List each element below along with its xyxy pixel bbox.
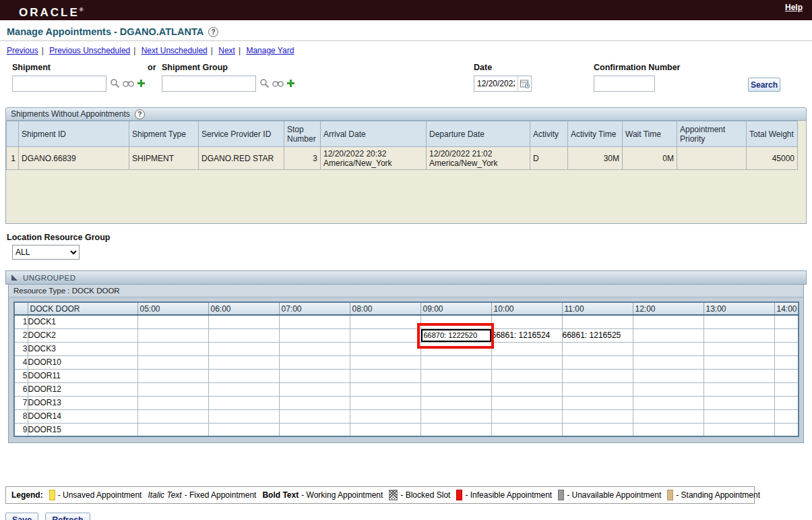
open-slot[interactable] [562,342,633,355]
open-slot[interactable] [491,355,562,369]
open-slot[interactable] [420,396,491,409]
open-slot[interactable] [491,423,562,436]
open-slot[interactable] [279,423,350,436]
open-slot[interactable] [279,382,350,396]
open-slot[interactable] [350,396,420,409]
col-rownum [7,121,19,147]
open-slot[interactable] [279,315,350,328]
collapse-icon[interactable] [11,275,18,281]
nav-next[interactable]: Next [218,46,235,55]
open-slot[interactable] [420,409,491,423]
col-arrival-date: Arrival Date [321,121,427,147]
ungrouped-group-header[interactable]: UNGROUPED [5,270,807,285]
help-link[interactable]: Help [785,3,803,12]
open-slot[interactable] [350,369,420,382]
open-slot[interactable] [350,423,420,436]
nav-next-unscheduled[interactable]: Next Unscheduled [142,46,208,55]
refresh-button[interactable]: Refresh [45,513,90,520]
open-slot[interactable] [420,315,491,328]
calendar-icon[interactable] [518,76,531,91]
door-name: DOCK2 [28,328,137,342]
blocked-slot [774,342,799,355]
time-header: 08:00 [350,302,420,315]
open-slot[interactable] [420,423,491,436]
time-header: 06:00 [208,302,279,315]
blocked-slot [704,315,774,328]
nav-previous-unscheduled[interactable]: Previous Unscheduled [49,46,130,55]
open-slot[interactable] [279,396,350,409]
location-resource-group-select[interactable]: ALL [12,245,80,260]
open-slot[interactable] [420,342,491,355]
open-slot[interactable] [420,382,491,396]
shipment-input[interactable] [12,76,106,92]
schedule-row-door15: 9 DOOR15 [14,423,799,436]
blocked-slot [137,342,208,355]
group-search-icon[interactable] [259,78,270,88]
open-slot[interactable] [350,342,420,355]
open-slot[interactable] [350,355,420,369]
search-button[interactable]: Search [748,78,780,92]
open-slot[interactable] [491,396,562,409]
open-slot[interactable] [491,315,562,328]
door-name: DOOR12 [28,382,137,396]
open-slot[interactable] [562,355,633,369]
col-shipment-id: Shipment ID [19,121,129,147]
total-weight-cell: 45000 [747,147,798,170]
shipment-search-icon[interactable] [110,78,120,88]
ungrouped-label: UNGROUPED [23,274,75,282]
open-slot[interactable] [350,409,420,423]
open-slot[interactable] [491,382,562,396]
group-binoculars-icon[interactable] [272,79,284,88]
open-slot[interactable] [350,382,420,396]
save-button[interactable]: Save [5,513,38,520]
open-slot[interactable] [279,342,350,355]
blocked-slot [137,409,208,423]
time-header: 09:00 [420,302,491,315]
nav-previous[interactable]: Previous [7,46,38,55]
col-total-weight: Total Weight [747,121,798,147]
col-service-provider: Service Provider ID [199,121,284,147]
shipment-group-label: Shipment Group [162,63,228,72]
open-slot[interactable] [491,369,562,382]
shipments-help-icon[interactable]: ? [135,109,145,119]
open-slot[interactable] [562,382,633,396]
appointment-66861-1216524[interactable]: 66861: 1216524 [491,328,562,342]
blocked-slot [137,423,208,436]
blocked-slot [208,409,279,423]
open-slot[interactable] [491,409,562,423]
open-slot[interactable] [279,328,350,342]
infeasible-swatch [456,490,462,500]
date-input[interactable] [474,79,518,88]
appointment-slot-selected[interactable]: 66870: 1222520 [420,328,491,342]
title-row: Manage Appointments - DGANO.ATLANTA ? [0,20,812,41]
group-add-icon[interactable] [286,79,295,88]
shipment-binoculars-icon[interactable] [123,79,134,88]
shipment-type-cell: SHIPMENT [129,147,199,170]
shipment-row[interactable]: 1 DGANO.66839 SHIPMENT DGANO.RED STAR 3 … [7,147,798,170]
open-slot[interactable] [420,355,491,369]
open-slot[interactable] [491,342,562,355]
shipment-group-input[interactable] [162,76,256,92]
open-slot[interactable] [562,423,633,436]
confirmation-number-input[interactable] [594,76,655,92]
blocked-slot [774,315,799,328]
open-slot[interactable] [562,315,633,328]
nav-manage-yard[interactable]: Manage Yard [246,46,294,55]
footer-actions: Save Refresh [5,513,812,520]
appointment-66861-1216525[interactable]: 66861: 1216525 [562,328,633,342]
appointment-66870[interactable]: 66870: 1222520 [421,329,491,342]
open-slot[interactable] [279,369,350,382]
open-slot[interactable] [562,396,633,409]
open-slot[interactable] [350,328,420,342]
open-slot[interactable] [279,355,350,369]
shipment-add-icon[interactable] [137,79,146,88]
shipment-label: Shipment [12,63,51,72]
open-slot[interactable] [279,409,350,423]
blocked-slot [633,355,704,369]
open-slot[interactable] [420,369,491,382]
open-slot[interactable] [562,409,633,423]
open-slot[interactable] [562,369,633,382]
blocked-slot [208,342,279,355]
open-slot[interactable] [350,315,420,328]
page-help-icon[interactable]: ? [208,27,218,37]
